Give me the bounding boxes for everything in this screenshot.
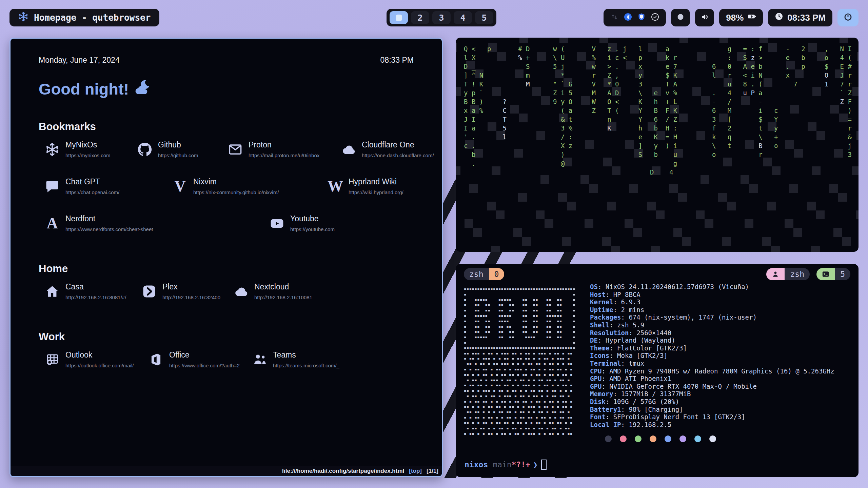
moon-cloud-icon: [134, 78, 151, 100]
section-home: HomeCasahttp://192.168.2.16:8081/#/Plexh…: [39, 263, 414, 312]
fetch-line: Battery1: 98% [Charging]: [590, 406, 834, 413]
cloud-icon: [341, 142, 356, 157]
letter-V-icon: V: [172, 179, 188, 194]
fetch-line: GPU: AMD ATI Phoenix1: [590, 375, 834, 383]
bookmark-mynixos[interactable]: MyNixOshttps://mynixos.com: [44, 140, 111, 158]
bookmark-row: ANerdfonthttps://www.nerdfonts.com/cheat…: [39, 214, 414, 244]
startpage: Monday, June 17, 2024 08:33 PM Good nigh…: [11, 39, 442, 476]
terminal-badge-icon: [816, 268, 835, 280]
matrix-rain-highlights: % z O M: [464, 44, 844, 168]
bookmark-url: https://github.com: [158, 152, 198, 158]
bookmark-name: Nextcloud: [254, 282, 312, 291]
bookmark-nerdfont[interactable]: ANerdfonthttps://www.nerdfonts.com/cheat…: [44, 214, 153, 232]
topbar-right-cluster: 98% 08:33 PM: [604, 9, 859, 26]
bookmark-github[interactable]: Githubhttps://github.com: [137, 140, 198, 158]
chat-icon: [44, 179, 60, 194]
bluetooth-icon[interactable]: [624, 13, 632, 22]
volume-widget[interactable]: [695, 9, 714, 26]
person-icon: [766, 268, 785, 280]
fetch-line: Font: SFProDisplay Nerd Font 13 [GTK2/3]: [590, 413, 834, 421]
bookmark-plex[interactable]: Plexhttp://192.168.2.16:32400: [141, 282, 220, 300]
tmux-tab-name: zsh: [464, 268, 489, 280]
fetch-line: GPU: NVIDIA GeForce RTX 4070 Max-Q / Mob…: [590, 383, 834, 390]
tmux-window-tab[interactable]: zsh 0: [464, 268, 504, 280]
bookmark-nextcloud[interactable]: Nextcloudhttp://192.168.2.16:10081: [233, 282, 312, 300]
battery-charging-icon: [748, 12, 756, 23]
section-title: Work: [39, 331, 414, 343]
workspace-5[interactable]: 5: [475, 11, 493, 24]
tmux-session-widget[interactable]: zsh: [766, 268, 810, 280]
workspace-1-active[interactable]: [390, 11, 408, 24]
home-icon: [44, 284, 60, 299]
active-window-title: Homepage - qutebrowser: [9, 9, 159, 26]
bookmark-row: Chat GPThttps://chat.openai.com/VNixvimh…: [39, 177, 414, 207]
matrix-terminal-window[interactable]: Q < p # D w ( V z . j l a g = : f - 2 , …: [456, 38, 859, 252]
bookmark-name: Nerdfont: [65, 214, 153, 223]
nixos-snowflake-icon: [18, 12, 28, 24]
bruh-ascii-art: ▪▪▪▪▪▪▪▪▪▪▪▪▪▪▪▪▪▪▪▪▪▪▪▪▪▪▪▪▪▪▪▪▪▪▪▪▪▪▪▪…: [464, 286, 575, 436]
fetch-line: Host: HP 8BCA: [590, 291, 834, 299]
palette-dot: [679, 435, 686, 442]
bookmark-youtube[interactable]: Youtubehttps://youtube.com: [269, 214, 335, 232]
statusbar-tab-counter: [1/1]: [427, 468, 438, 474]
section-bookmarks: BookmarksMyNixOshttps://mynixos.comGithu…: [39, 121, 414, 244]
bookmark-name: Teams: [273, 350, 339, 360]
section-work: WorkOutlookhttps://outlook.office.com/ma…: [39, 331, 414, 380]
bookmark-chat-gpt[interactable]: Chat GPThttps://chat.openai.com/: [44, 177, 119, 195]
battery-widget[interactable]: 98%: [719, 9, 763, 26]
fetch-terminal-window[interactable]: zsh 0 zsh 5 ▪▪▪▪▪▪▪▪▪▪▪▪▪▪▪▪▪▪▪▪▪▪▪▪▪▪▪▪…: [456, 264, 859, 477]
battery-percent: 98%: [726, 13, 744, 23]
power-button[interactable]: [837, 9, 859, 26]
bookmark-row: Casahttp://192.168.2.16:8081/#/Plexhttp:…: [39, 282, 414, 312]
greeting-text: Good night!: [39, 80, 129, 98]
bookmark-teams[interactable]: Teamshttps://teams.microsoft.com/_: [252, 350, 339, 368]
bookmark-name: Youtube: [290, 214, 335, 223]
bookmark-name: Office: [169, 350, 240, 360]
bookmark-name: Casa: [65, 282, 126, 291]
clock-label: 08:33 PM: [787, 13, 826, 23]
bookmark-url: https://chat.openai.com/: [65, 189, 119, 195]
workspace-2[interactable]: 2: [411, 11, 429, 24]
bookmark-name: Hyprland Wiki: [349, 177, 403, 186]
bookmark-office[interactable]: Officehttps://www.office.com/?auth=2: [148, 350, 240, 368]
shell-prompt[interactable]: nixos main *?!+ ❯: [465, 460, 547, 470]
workspace-4[interactable]: 4: [454, 11, 472, 24]
bookmark-name: Cloudflare One: [362, 140, 434, 149]
bookmark-url: https://one.dash.cloudflare.com/: [362, 152, 434, 158]
teams-icon: [252, 352, 268, 367]
bookmark-proton[interactable]: Protonhttps://mail.proton.me/u/0/inbox: [228, 140, 319, 158]
startpage-time: 08:33 PM: [380, 56, 414, 65]
fastfetch-output: OS: NixOS 24.11.20240612.57d6973 (Vicuña…: [590, 283, 834, 428]
bookmark-name: Plex: [162, 282, 220, 291]
tmux-tab-index: 0: [489, 268, 505, 280]
bookmark-name: Proton: [249, 140, 319, 149]
fetch-line: Memory: 1577MiB / 31377MiB: [590, 390, 834, 398]
tmux-window-count-widget[interactable]: 5: [816, 268, 850, 280]
bookmark-hyprland-wiki[interactable]: WHyprland Wikihttps://wiki.hyprland.org/: [328, 177, 403, 195]
fetch-line: Icons: Moka [GTK2/3]: [590, 352, 834, 360]
qutebrowser-statusbar: file:///home/hadi/.config/startpage/inde…: [11, 466, 442, 476]
workspace-3[interactable]: 3: [432, 11, 451, 24]
clock-widget[interactable]: 08:33 PM: [768, 9, 832, 26]
cloud-icon: [233, 284, 249, 299]
waybar: Homepage - qutebrowser 2345 98% 08:33 PM: [0, 0, 868, 33]
fetch-line: Local IP: 192.168.2.5: [590, 421, 834, 429]
bookmark-cloudflare-one[interactable]: Cloudflare Onehttps://one.dash.cloudflar…: [341, 140, 434, 158]
bookmark-url: https://outlook.office.com/mail/: [65, 363, 134, 368]
section-title: Home: [39, 263, 414, 275]
bookmark-url: http://192.168.2.16:8081/#/: [65, 294, 126, 300]
terminal-cursor: [541, 460, 547, 470]
statusbar-mode: [top]: [409, 468, 422, 474]
idle-inhibitor-dot[interactable]: [671, 9, 690, 26]
bookmark-casa[interactable]: Casahttp://192.168.2.16:8081/#/: [44, 282, 126, 300]
bookmark-url: https://teams.microsoft.com/_: [273, 363, 339, 368]
check-circle-icon[interactable]: [651, 13, 659, 22]
bookmark-outlook[interactable]: Outlookhttps://outlook.office.com/mail/: [44, 350, 134, 368]
bookmark-nixvim[interactable]: VNixvimhttps://nix-community.github.io/n…: [172, 177, 279, 195]
git-branch: main: [493, 460, 511, 469]
mail-icon: [228, 142, 243, 157]
network-arrows-icon[interactable]: [610, 13, 618, 22]
bookmark-url: https://mail.proton.me/u/0/inbox: [249, 152, 319, 158]
shield-icon[interactable]: [637, 13, 646, 22]
prompt-arrow: ❯: [533, 460, 538, 469]
